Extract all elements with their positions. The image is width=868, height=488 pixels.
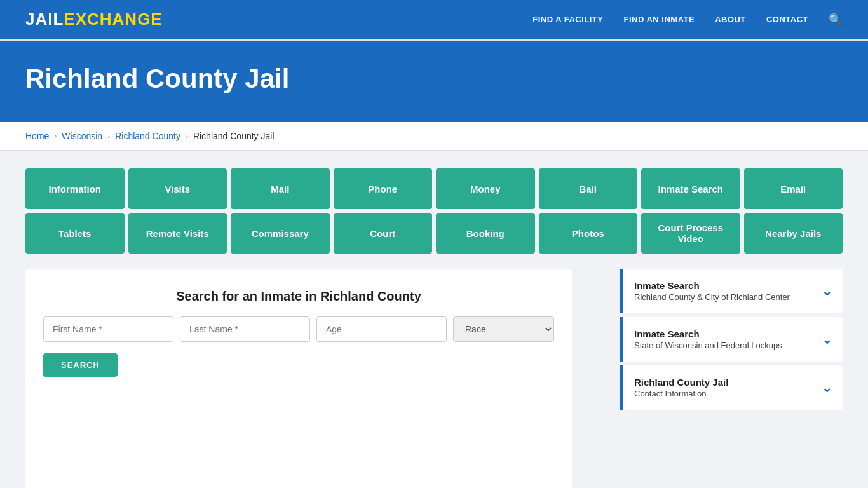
nav-about[interactable]: ABOUT [715, 15, 746, 24]
sidebar-card-contact[interactable]: Richland County Jail Contact Information… [620, 365, 843, 410]
btn-nearby-jails[interactable]: Nearby Jails [744, 213, 843, 254]
btn-visits[interactable]: Visits [128, 168, 227, 209]
sidebar-card-inmate-richland[interactable]: Inmate Search Richland County & City of … [620, 269, 843, 313]
btn-phone[interactable]: Phone [334, 168, 433, 209]
btn-bail[interactable]: Bail [539, 168, 638, 209]
sidebar-card-inmate-wisconsin[interactable]: Inmate Search State of Wisconsin and Fed… [620, 317, 843, 362]
page-title: Richland County Jail [25, 64, 843, 94]
main-content: Information Visits Mail Phone Money Bail… [0, 151, 868, 488]
breadcrumb-wisconsin[interactable]: Wisconsin [62, 131, 102, 141]
nav-find-facility[interactable]: FIND A FACILITY [532, 15, 603, 24]
breadcrumb-richland-county[interactable]: Richland County [115, 131, 180, 141]
chevron-down-icon-3: ⌄ [822, 380, 832, 395]
btn-inmate-search[interactable]: Inmate Search [641, 168, 740, 209]
breadcrumb-current: Richland County Jail [193, 131, 275, 141]
sidebar-card-title-3: Richland County Jail [634, 377, 728, 388]
site-header: JAILEXCHANGE FIND A FACILITY FIND AN INM… [0, 0, 868, 41]
search-icon[interactable]: 🔍 [829, 13, 843, 27]
content-row: Search for an Inmate in Richland County … [25, 269, 843, 488]
sidebar-card-title-2: Inmate Search [634, 329, 782, 339]
sidebar: Inmate Search Richland County & City of … [620, 269, 843, 414]
breadcrumb-sep-2: › [107, 132, 110, 140]
btn-email[interactable]: Email [744, 168, 843, 209]
age-input[interactable] [316, 316, 447, 342]
btn-court-process-video[interactable]: Court Process Video [641, 213, 740, 254]
logo-exchange: EXCHANGE [64, 10, 162, 29]
btn-money[interactable]: Money [436, 168, 535, 209]
last-name-input[interactable] [180, 316, 310, 342]
sidebar-card-sub-1: Richland County & City of Richland Cente… [634, 292, 790, 302]
btn-photos[interactable]: Photos [539, 213, 638, 254]
sidebar-card-sub-3: Contact Information [634, 389, 728, 398]
btn-booking[interactable]: Booking [436, 213, 535, 254]
site-logo[interactable]: JAILEXCHANGE [25, 10, 163, 29]
btn-court[interactable]: Court [334, 213, 433, 254]
main-nav: FIND A FACILITY FIND AN INMATE ABOUT CON… [532, 13, 843, 27]
breadcrumb: Home › Wisconsin › Richland County › Ric… [0, 122, 868, 151]
race-select[interactable]: Race White Black Hispanic Asian Other [453, 316, 554, 342]
hero-section: Richland County Jail [0, 41, 868, 122]
chevron-down-icon-2: ⌄ [822, 332, 832, 347]
inmate-search-panel: Search for an Inmate in Richland County … [25, 269, 572, 488]
breadcrumb-home[interactable]: Home [25, 131, 49, 141]
first-name-input[interactable] [43, 316, 173, 342]
sidebar-card-title-1: Inmate Search [634, 280, 790, 291]
btn-commissary[interactable]: Commissary [231, 213, 330, 254]
category-buttons: Information Visits Mail Phone Money Bail… [25, 168, 843, 254]
search-title: Search for an Inmate in Richland County [43, 289, 554, 304]
btn-information[interactable]: Information [25, 168, 125, 209]
nav-contact[interactable]: CONTACT [766, 15, 808, 24]
chevron-down-icon-1: ⌄ [822, 283, 832, 299]
sidebar-card-sub-2: State of Wisconsin and Federal Lockups [634, 341, 782, 350]
nav-find-inmate[interactable]: FIND AN INMATE [623, 15, 695, 24]
breadcrumb-sep-1: › [54, 132, 57, 140]
btn-mail[interactable]: Mail [231, 168, 330, 209]
btn-remote-visits[interactable]: Remote Visits [128, 213, 227, 254]
breadcrumb-sep-3: › [186, 132, 188, 140]
btn-tablets[interactable]: Tablets [25, 213, 125, 254]
search-fields: Race White Black Hispanic Asian Other [43, 316, 554, 342]
search-button[interactable]: SEARCH [43, 353, 118, 377]
logo-jail: JAIL [25, 10, 64, 29]
